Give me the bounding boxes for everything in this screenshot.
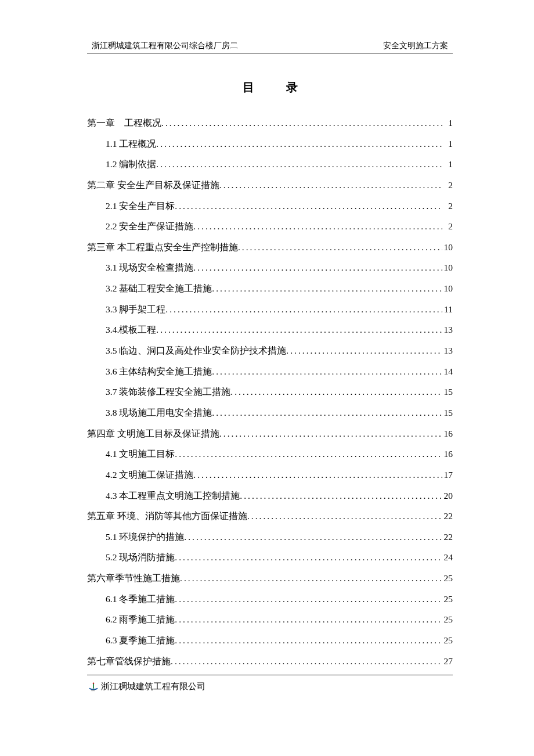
- toc-entry: 6.2 雨季施工措施 25: [87, 609, 453, 630]
- toc-entry: 第七章管线保护措施27: [87, 651, 453, 672]
- toc-entry: 6.3 夏季施工措施 25: [87, 630, 453, 651]
- toc-entry-page: 1: [442, 154, 453, 175]
- svg-point-1: [93, 682, 95, 684]
- toc-entry-text: 第二章 安全生产目标及保证措施: [87, 175, 219, 196]
- toc-leader-dots: [156, 154, 442, 175]
- toc-entry: 第二章 安全生产目标及保证措施2: [87, 175, 453, 196]
- toc-entry-text: 4.1 文明施工目标: [106, 444, 175, 465]
- toc-leader-dots: [171, 651, 442, 672]
- toc-entry-text: 第五章 环境、消防等其他方面保证措施: [87, 506, 247, 527]
- toc-entry: 第三章 本工程重点安全生产控制措施10: [87, 237, 453, 258]
- toc-entry-page: 10: [442, 237, 453, 258]
- document-page: 浙江稠城建筑工程有限公司综合楼厂房二 安全文明施工方案 目录 第一章 工程概况1…: [0, 0, 534, 706]
- toc-entry-page: 20: [442, 485, 453, 506]
- toc-entry-text: 3.8 现场施工用电安全措施: [106, 402, 212, 423]
- footer-divider: [87, 675, 453, 675]
- toc-leader-dots: [240, 485, 442, 506]
- toc-entry-text: 第七章管线保护措施: [87, 651, 171, 672]
- toc-entry: 3.8 现场施工用电安全措施15: [87, 402, 453, 423]
- toc-entry: 第六章季节性施工措施25: [87, 568, 453, 589]
- toc-entry-page: 2: [442, 196, 453, 217]
- toc-leader-dots: [175, 444, 442, 465]
- toc-entry-page: 25: [442, 568, 453, 589]
- header-right: 安全文明施工方案: [383, 41, 448, 51]
- toc-leader-dots: [212, 278, 442, 299]
- toc-entry: 第一章 工程概况1: [87, 113, 453, 134]
- header-divider: [87, 53, 453, 53]
- toc-entry-page: 16: [442, 423, 453, 444]
- toc-leader-dots: [219, 175, 442, 196]
- toc-entry-page: 13: [442, 340, 453, 361]
- footer: 稠城 浙江稠城建筑工程有限公司: [87, 675, 453, 692]
- toc-entry-page: 10: [442, 257, 453, 278]
- toc-entry: 1.2 编制依据 1: [87, 154, 453, 175]
- toc-entry-text: 5.2 现场消防措施: [106, 547, 175, 568]
- toc-entry-text: 2.1 安全生产目标: [106, 196, 175, 217]
- toc-entry-page: 10: [442, 278, 453, 299]
- toc-entry-page: 14: [442, 361, 453, 382]
- toc-entry: 5.1 环境保护的措施 22: [87, 527, 453, 548]
- toc-entry-text: 2.2 安全生产保证措施: [106, 216, 193, 237]
- toc-entry-text: 3.6 主体结构安全施工措施: [106, 361, 212, 382]
- toc-leader-dots: [184, 527, 442, 548]
- toc-entry: 4.2 文明施工保证措施 17: [87, 465, 453, 485]
- toc-entry: 1.1 工程概况1: [87, 134, 453, 154]
- toc-entry-text: 第一章 工程概况: [87, 113, 161, 134]
- toc-entry: 3.6 主体结构安全施工措施14: [87, 361, 453, 382]
- toc-entry-page: 25: [442, 589, 453, 610]
- toc-entry-page: 17: [442, 465, 453, 485]
- toc-leader-dots: [230, 381, 442, 402]
- toc-entry: 第五章 环境、消防等其他方面保证措施22: [87, 506, 453, 527]
- toc-entry: 4.3 本工程重点文明施工控制措施 20: [87, 485, 453, 506]
- toc-leader-dots: [238, 237, 442, 258]
- toc-entry: 2.2 安全生产保证措施 2: [87, 216, 453, 237]
- toc-entry-page: 25: [442, 630, 453, 651]
- toc-leader-dots: [193, 257, 442, 278]
- toc-entry-text: 第六章季节性施工措施: [87, 568, 180, 589]
- toc-leader-dots: [156, 319, 442, 340]
- toc-title: 目录: [87, 80, 453, 95]
- toc-entry-text: 1.1 工程概况: [106, 134, 156, 154]
- toc-entry-page: 22: [442, 506, 453, 527]
- toc-entry-page: 24: [442, 547, 453, 568]
- toc-entry-text: 4.2 文明施工保证措施: [106, 465, 193, 485]
- toc-entry: 3.1 现场安全检查措施 10: [87, 257, 453, 278]
- toc-entry: 3.5 临边、洞口及高处作业安全防护技术措施13: [87, 340, 453, 361]
- toc-leader-dots: [156, 134, 442, 154]
- toc-entry-page: 1: [442, 134, 453, 154]
- toc-entry-page: 25: [442, 609, 453, 630]
- toc-entry-page: 2: [442, 216, 453, 237]
- toc-entry: 4.1 文明施工目标 16: [87, 444, 453, 465]
- toc-leader-dots: [180, 568, 442, 589]
- toc-leader-dots: [247, 506, 442, 527]
- toc-entry: 6.1 冬季施工措施 25: [87, 589, 453, 610]
- toc-leader-dots: [286, 340, 442, 361]
- toc-leader-dots: [175, 547, 442, 568]
- toc-entry-page: 13: [442, 319, 453, 340]
- toc-entry: 3.4.模板工程 13: [87, 319, 453, 340]
- toc-entry-text: 3.7 装饰装修工程安全施工措施: [106, 381, 230, 402]
- toc-entry: 5.2 现场消防措施 24: [87, 547, 453, 568]
- toc-entry-text: 6.1 冬季施工措施: [106, 589, 175, 610]
- toc-entry: 3.2 基础工程安全施工措施 10: [87, 278, 453, 299]
- toc-entry: 3.3 脚手架工程 11: [87, 299, 453, 320]
- toc-leader-dots: [165, 299, 442, 320]
- toc-entry: 2.1 安全生产目标 2: [87, 196, 453, 217]
- toc-entry-text: 3.3 脚手架工程: [106, 299, 165, 320]
- toc-leader-dots: [175, 589, 442, 610]
- toc-entry-page: 15: [442, 402, 453, 423]
- toc-entry-page: 16: [442, 444, 453, 465]
- toc-entry-page: 27: [442, 651, 453, 672]
- toc-entry-page: 22: [442, 527, 453, 548]
- toc-leader-dots: [212, 361, 442, 382]
- toc-entry-text: 3.4.模板工程: [106, 319, 156, 340]
- footer-company: 浙江稠城建筑工程有限公司: [101, 681, 205, 692]
- toc-entry: 3.7 装饰装修工程安全施工措施 15: [87, 381, 453, 402]
- toc-entry-text: 5.1 环境保护的措施: [106, 527, 184, 548]
- toc-entry-text: 第四章 文明施工目标及保证措施: [87, 423, 219, 444]
- footer-content: 稠城 浙江稠城建筑工程有限公司: [87, 681, 453, 692]
- toc-leader-dots: [193, 216, 442, 237]
- svg-text:稠城: 稠城: [91, 689, 95, 692]
- toc-leader-dots: [175, 196, 442, 217]
- toc-entry-page: 2: [442, 175, 453, 196]
